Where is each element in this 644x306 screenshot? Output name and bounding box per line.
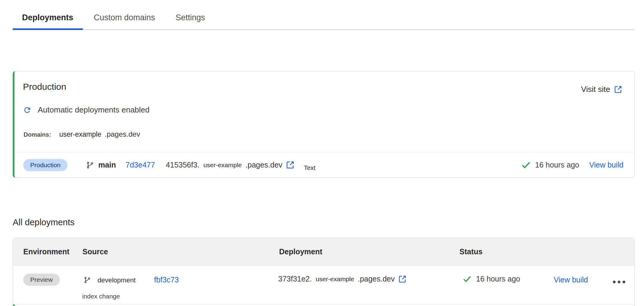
visit-site-link[interactable]: Visit site [581,85,622,94]
success-check-icon [463,275,471,283]
tab-settings-label: Settings [175,13,205,22]
column-environment: Environment [23,238,69,265]
tab-bar: Deployments Custom domains Settings [13,0,635,30]
deployment-url: 373f31e2. user-example .pages.dev [278,275,407,283]
tab-custom-domains-label: Custom domains [94,13,155,22]
domain-name: user-example [59,130,101,138]
environment-badge-preview: Preview [23,274,60,286]
table-header: Environment Source Deployment Status [13,238,634,265]
next-row-partial [13,304,634,306]
view-build-link[interactable]: View build [554,275,588,284]
tab-custom-domains[interactable]: Custom domains [85,6,165,29]
external-link-icon[interactable] [286,161,295,169]
domains-line: Domains: user-example .pages.dev [24,130,140,138]
column-status: Status [459,238,482,265]
deployment-host: user-example [316,275,354,283]
production-deployment-row: Production main 7d3e477 415356f3. user-e… [14,152,634,177]
deployment-host: user-example [203,161,242,169]
refresh-icon [23,106,31,114]
ellipsis-icon [613,281,616,283]
deployments-table: Environment Source Deployment Status Pre… [13,238,635,306]
table-row: Preview development fbf3c73 index change… [13,265,634,304]
column-source: Source [82,238,108,265]
pages-project-page: Deployments Custom domains Settings Prod… [0,0,644,306]
deployment-suffix: .pages.dev [246,161,282,169]
branch-name: main [98,161,116,169]
git-branch-icon [84,276,91,284]
commit-link[interactable]: 7d3e477 [126,161,155,169]
column-deployment: Deployment [279,238,322,265]
automatic-deployments-status: Automatic deployments enabled [23,105,150,115]
branch-name: development [98,276,136,284]
deployment-time: 16 hours ago [535,161,579,169]
all-deployments-title: All deployments [13,217,75,227]
tab-settings[interactable]: Settings [166,6,214,29]
domains-label: Domains: [24,131,51,138]
tab-deployments[interactable]: Deployments [13,6,83,29]
tab-deployments-label: Deployments [22,13,73,22]
deployment-time: 16 hours ago [476,275,520,283]
production-card: Production Visit site Automatic deployme… [13,71,635,178]
ellipsis-icon [623,281,625,283]
automatic-deployments-text: Automatic deployments enabled [38,105,150,115]
commit-message: Text [304,164,316,171]
success-check-icon [521,161,530,170]
external-link-icon [614,85,622,94]
commit-link[interactable]: fbf3c73 [154,275,179,284]
view-build-link[interactable]: View build [589,161,623,169]
deployment-id: 373f31e2. [278,275,312,283]
deployment-id: 415356f3. [166,161,199,169]
domain-suffix: .pages.dev [105,130,140,138]
ellipsis-icon [618,281,620,283]
commit-message: index change [82,293,120,300]
more-options-button[interactable] [612,279,626,285]
deployment-status: 16 hours ago [463,275,520,283]
production-card-title: Production [23,82,66,92]
external-link-icon[interactable] [398,275,407,283]
git-branch-icon [86,161,94,169]
environment-badge-production: Production [23,159,67,171]
deployment-suffix: .pages.dev [358,275,394,283]
visit-site-label: Visit site [581,85,610,94]
